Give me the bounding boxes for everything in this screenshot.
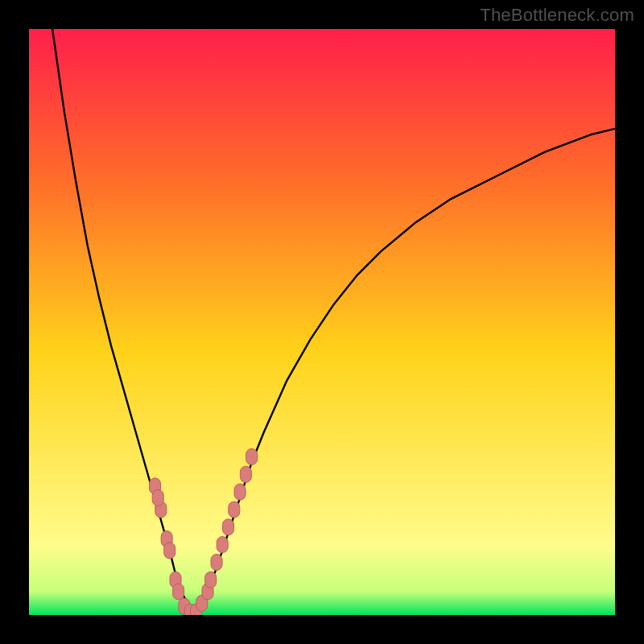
data-marker bbox=[240, 466, 251, 482]
data-marker bbox=[217, 537, 228, 553]
data-marker bbox=[223, 519, 234, 535]
watermark-text: TheBottleneck.com bbox=[480, 5, 634, 26]
data-marker bbox=[164, 543, 175, 559]
data-marker bbox=[173, 584, 184, 600]
data-marker bbox=[229, 502, 240, 518]
chart-frame: TheBottleneck.com bbox=[0, 0, 644, 644]
chart-plot-area bbox=[29, 29, 615, 615]
data-marker bbox=[234, 484, 246, 500]
data-marker bbox=[211, 555, 222, 571]
data-marker bbox=[205, 572, 217, 588]
data-marker bbox=[246, 448, 258, 464]
data-marker bbox=[152, 489, 163, 506]
chart-svg bbox=[29, 29, 615, 615]
